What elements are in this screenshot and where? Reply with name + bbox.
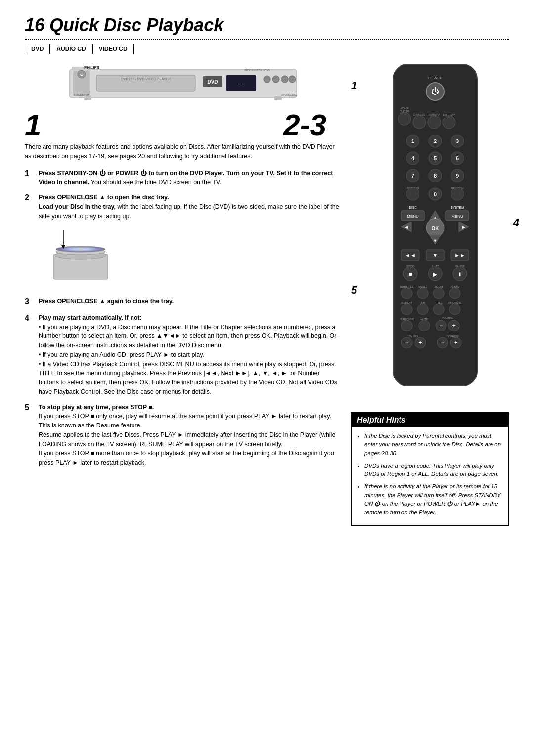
svg-text:◄: ◄ [404,224,409,230]
helpful-hints-header: Helpful Hints [352,413,508,427]
svg-point-99 [401,288,412,299]
svg-text:DVD727 - DVD VIDEO PLAYER: DVD727 - DVD VIDEO PLAYER [121,77,171,81]
remote-control: POWER ⏻ OPEN/ CLOSE CANCEL DVD/TV DISPLA… [366,64,504,401]
svg-point-101 [433,288,444,299]
svg-text:+: + [418,339,422,346]
svg-text:►: ► [432,270,439,278]
svg-point-37 [428,116,441,129]
disc-illustration [48,225,113,284]
svg-point-12 [264,76,270,83]
svg-point-25 [77,248,85,250]
svg-point-63 [451,188,464,200]
dvd-player-illustration: ⏻ STANDBY ON DVD727 - DVD VIDEO PLAYER D… [25,64,341,101]
svg-point-15 [289,76,296,83]
disc-tabs: DVD AUDIO CD VIDEO CD [25,44,509,54]
helpful-hints-body: If the Disc is locked by Parental contro… [352,427,508,525]
svg-point-108 [417,304,428,315]
page-container: 16 Quick Disc Playback DVD AUDIO CD VIDE… [25,15,509,526]
step-1: 1 Press STANDBY-ON ⏻ or POWER ⏻ to turn … [25,169,341,188]
main-layout: ⏻ STANDBY ON DVD727 - DVD VIDEO PLAYER D… [25,64,509,526]
svg-text:6: 6 [456,155,459,161]
svg-text:8: 8 [434,173,437,179]
remote-section: 1 4 5 POWER ⏻ OPEN/ CLOSE [351,64,509,402]
step-5: 5 To stop play at any time, press STOP ■… [25,403,341,468]
svg-point-35 [413,116,426,129]
remote-step-1-label: 1 [351,79,357,92]
svg-text:■: ■ [408,271,412,278]
svg-point-107 [401,304,412,315]
svg-text:⏸: ⏸ [457,271,463,277]
svg-point-59 [406,188,419,200]
svg-text:►►: ►► [454,252,465,258]
step-2: 2 Press OPEN/CLOSE ▲ to open the disc tr… [25,193,341,291]
svg-text:9: 9 [456,173,459,179]
svg-text:OPEN/: OPEN/ [400,106,409,109]
svg-text:VOLUME: VOLUME [442,316,453,319]
svg-text:PHILIPS: PHILIPS [84,65,100,70]
tab-audio-cd[interactable]: AUDIO CD [50,44,92,54]
step-3-bold: Press OPEN/CLOSE ▲ again to close the tr… [39,298,174,305]
hint-item-1: If the Disc is locked by Parental contro… [364,432,503,458]
step-23-large: 2-3 [176,110,326,140]
svg-text:1: 1 [411,138,414,144]
svg-text:−: − [441,339,444,346]
svg-text:▼: ▼ [433,238,438,243]
step-5-bold: To stop play at any time, press STOP ■. [39,404,154,411]
remote-step-5-label: 5 [351,284,357,297]
svg-text:►: ► [461,224,466,230]
svg-text:OK: OK [432,226,440,231]
svg-text:5: 5 [434,155,437,161]
svg-rect-20 [274,96,282,100]
step-3: 3 Press OPEN/CLOSE ▲ again to close the … [25,297,341,307]
svg-point-110 [449,304,460,315]
page-title: 16 Quick Disc Playback [25,15,509,36]
svg-text:MENU: MENU [407,214,419,219]
svg-point-113 [401,320,412,331]
svg-point-13 [272,76,279,83]
step-4-bold: Play may start automatically. If not: [39,314,142,321]
step-2-bold2: Load your Disc in the tray, [39,203,116,210]
intro-text: There are many playback features and opt… [25,142,341,161]
right-column: 1 4 5 POWER ⏻ OPEN/ CLOSE [351,64,509,526]
hint-item-2: DVDs have a region code. This Player wil… [364,462,503,479]
svg-text:◄◄: ◄◄ [405,252,416,258]
svg-point-114 [419,320,430,331]
hint-item-3: If there is no activity at the Player or… [364,482,503,517]
svg-text:SYSTEM: SYSTEM [451,206,464,209]
svg-point-109 [433,304,444,315]
tab-dvd[interactable]: DVD [25,44,50,54]
svg-rect-19 [84,96,91,100]
svg-point-33 [398,112,411,125]
svg-text:POWER: POWER [428,76,443,80]
svg-text:+: + [454,339,457,346]
tab-video-cd[interactable]: VIDEO CD [92,44,134,54]
svg-text:MENU: MENU [451,214,463,219]
svg-text:−: − [439,322,443,329]
svg-text:3: 3 [456,138,459,144]
svg-text:STANDBY ON: STANDBY ON [74,94,89,96]
svg-point-39 [443,116,455,129]
title-divider [25,39,509,40]
svg-text:⏻: ⏻ [80,73,84,76]
svg-text:7: 7 [411,173,414,179]
svg-text:▼: ▼ [433,252,438,258]
svg-text:0: 0 [434,191,437,197]
svg-point-14 [281,76,288,83]
step-2-bold: Press OPEN/CLOSE ▲ to open the disc tray… [39,194,169,201]
svg-text:⏻: ⏻ [431,87,439,95]
svg-text:2: 2 [434,138,437,144]
svg-text:−: − [405,339,408,346]
svg-text:DISC: DISC [409,206,417,209]
svg-point-100 [417,288,428,299]
left-column: ⏻ STANDBY ON DVD727 - DVD VIDEO PLAYER D… [25,64,341,526]
step-4: 4 Play may start automatically. If not: … [25,313,341,397]
step-1-bold: Press STANDBY-ON ⏻ or POWER ⏻ to turn on… [39,170,333,186]
svg-text:-- --: -- -- [238,81,245,86]
helpful-hints-box: Helpful Hints If the Disc is locked by P… [351,412,509,526]
svg-text:TV VOL: TV VOL [409,335,419,338]
svg-text:PROGRESSIVE SCAN: PROGRESSIVE SCAN [244,69,270,72]
steps-section: 1 Press STANDBY-ON ⏻ or POWER ⏻ to turn … [25,169,341,468]
svg-text:4: 4 [411,155,415,161]
svg-text:OPEN/CLOSE: OPEN/CLOSE [281,94,298,96]
svg-point-102 [449,288,460,299]
